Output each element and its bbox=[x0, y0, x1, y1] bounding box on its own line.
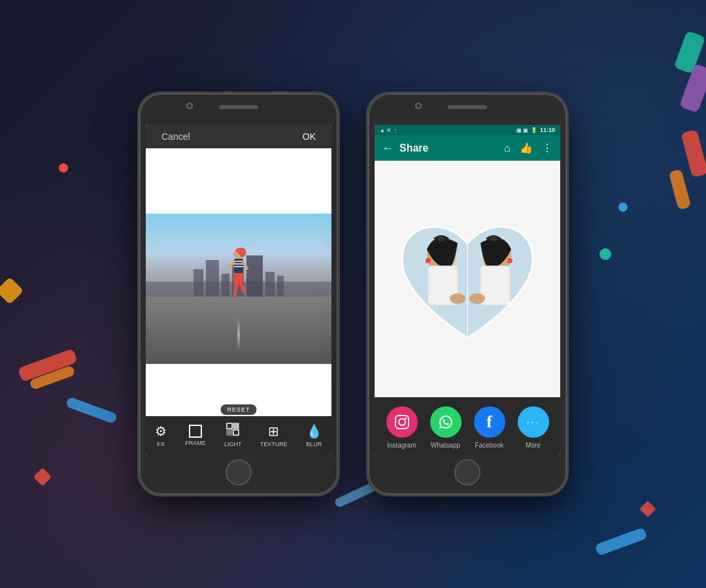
phone1-screen: Cancel OK bbox=[146, 125, 331, 455]
svg-point-25 bbox=[438, 235, 445, 242]
phone1-photo bbox=[146, 214, 331, 364]
data-icon: R bbox=[387, 127, 391, 133]
facebook-icon: f bbox=[474, 406, 505, 438]
reset-badge[interactable]: RESET bbox=[220, 404, 256, 415]
svg-point-18 bbox=[426, 258, 431, 263]
svg-line-10 bbox=[243, 262, 247, 269]
building2 bbox=[206, 260, 219, 296]
photo-road-line bbox=[237, 318, 240, 351]
decorative-dot-blue bbox=[618, 203, 628, 212]
wifi-icon: ▦ ▦ bbox=[516, 127, 528, 133]
phone1-white-top bbox=[146, 148, 331, 214]
phone1-header: Cancel OK bbox=[146, 125, 331, 148]
cancel-button[interactable]: Cancel bbox=[161, 131, 190, 142]
more-icon: ··· bbox=[518, 406, 549, 438]
instagram-icon bbox=[386, 406, 418, 438]
phones-container: Cancel OK bbox=[137, 91, 569, 497]
phone-editor: Cancel OK bbox=[137, 91, 340, 497]
statusbar-left-icons: ▲ R ⋮ bbox=[380, 127, 398, 133]
back-button[interactable]: ← bbox=[382, 142, 393, 154]
appbar-action-icons: ⌂ 👍 ⋮ bbox=[504, 142, 552, 154]
blur-label: BLUR bbox=[306, 441, 322, 448]
time-display: 11:10 bbox=[540, 127, 555, 133]
phone2-home-button[interactable] bbox=[454, 459, 480, 485]
signal-icon: ▲ bbox=[380, 127, 385, 133]
more-label: More bbox=[526, 442, 541, 449]
heart-frame bbox=[389, 207, 546, 351]
toolbar-blur[interactable]: 💧 BLUR bbox=[301, 421, 328, 450]
share-whatsapp[interactable]: Whatsapp bbox=[430, 406, 462, 449]
svg-line-9 bbox=[229, 262, 234, 269]
toolbar-fx[interactable]: ⚙ FX bbox=[150, 421, 172, 450]
building1 bbox=[193, 269, 203, 296]
phone1-power-button bbox=[338, 185, 340, 218]
frame-icon bbox=[189, 425, 202, 438]
toolbar-items: ⚙ FX FRAME bbox=[146, 420, 331, 450]
svg-rect-12 bbox=[233, 423, 239, 429]
svg-point-29 bbox=[405, 417, 407, 419]
toolbar-texture[interactable]: ⊞ TEXTURE bbox=[255, 421, 293, 450]
share-instagram[interactable]: Instagram bbox=[386, 406, 418, 449]
more-status-icon: ⋮ bbox=[393, 127, 398, 133]
facebook-label: Facebook bbox=[475, 442, 504, 449]
decorative-dot-teal bbox=[599, 248, 611, 260]
whatsapp-label: Whatsapp bbox=[431, 442, 460, 449]
phone2-image-area bbox=[375, 161, 560, 397]
phone2-volume-button bbox=[366, 165, 368, 211]
svg-rect-14 bbox=[233, 430, 239, 435]
svg-rect-5 bbox=[234, 273, 239, 286]
ok-button[interactable]: OK bbox=[303, 131, 316, 142]
phone1-home-button[interactable] bbox=[226, 459, 252, 485]
svg-line-7 bbox=[235, 286, 236, 295]
phone2-power-button bbox=[567, 185, 569, 218]
frame-label: FRAME bbox=[185, 440, 206, 446]
texture-icon: ⊞ bbox=[268, 423, 279, 439]
more-options-icon[interactable]: ⋮ bbox=[542, 142, 552, 154]
svg-point-26 bbox=[490, 235, 497, 242]
toolbar-light[interactable]: LIGHT bbox=[219, 420, 247, 450]
phone2-appbar: ← Share ⌂ 👍 ⋮ bbox=[375, 135, 560, 161]
building7 bbox=[277, 276, 284, 296]
phone2-speaker bbox=[448, 105, 487, 109]
share-more[interactable]: ··· More bbox=[518, 406, 549, 449]
heart-svg bbox=[389, 207, 546, 351]
phone1-volume-button bbox=[137, 165, 139, 211]
phone1-toolbar: RESET ⚙ FX FRAME bbox=[146, 416, 331, 455]
building6 bbox=[265, 272, 275, 297]
fx-icon: ⚙ bbox=[155, 423, 167, 439]
light-icon bbox=[226, 423, 239, 439]
light-label: LIGHT bbox=[224, 441, 242, 448]
svg-rect-11 bbox=[227, 423, 232, 429]
battery-icon: 🔋 bbox=[531, 127, 537, 133]
appbar-title: Share bbox=[399, 142, 497, 154]
instagram-label: Instagram bbox=[387, 442, 416, 449]
fx-label: FX bbox=[157, 441, 165, 448]
svg-point-24 bbox=[469, 293, 485, 304]
phone2-screen: ▲ R ⋮ ▦ ▦ 🔋 11:10 ← Share ⌂ 👍 ⋮ bbox=[375, 125, 560, 455]
svg-line-8 bbox=[241, 283, 244, 291]
phone-share: ▲ R ⋮ ▦ ▦ 🔋 11:10 ← Share ⌂ 👍 ⋮ bbox=[366, 91, 569, 497]
svg-rect-27 bbox=[395, 416, 409, 429]
phone1-camera bbox=[186, 103, 193, 109]
whatsapp-icon bbox=[430, 406, 462, 438]
share-facebook[interactable]: f Facebook bbox=[474, 406, 505, 449]
texture-label: TEXTURE bbox=[260, 441, 288, 448]
blur-icon: 💧 bbox=[306, 423, 322, 439]
phone1-speaker bbox=[219, 105, 258, 109]
like-icon[interactable]: 👍 bbox=[520, 142, 533, 154]
svg-point-28 bbox=[399, 419, 405, 425]
decorative-dot-red bbox=[59, 163, 68, 172]
statusbar-right: ▦ ▦ 🔋 11:10 bbox=[516, 127, 555, 133]
home-icon[interactable]: ⌂ bbox=[504, 142, 511, 154]
phone1-image-area bbox=[146, 148, 331, 416]
svg-point-23 bbox=[450, 293, 465, 304]
svg-rect-13 bbox=[227, 430, 232, 435]
phone2-statusbar: ▲ R ⋮ ▦ ▦ 🔋 11:10 bbox=[375, 125, 560, 135]
photo-person bbox=[226, 246, 252, 301]
phone2-share-bar: Instagram Whatsapp f Facebook ··· bbox=[375, 397, 560, 455]
phone2-camera bbox=[415, 103, 422, 109]
svg-point-21 bbox=[507, 258, 513, 263]
toolbar-frame[interactable]: FRAME bbox=[180, 422, 211, 449]
